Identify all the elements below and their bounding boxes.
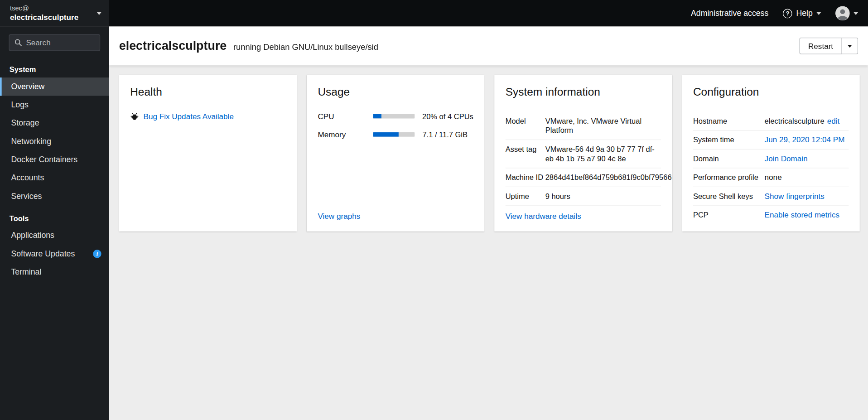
health-card-title: Health	[130, 86, 285, 98]
sidebar-item-services[interactable]: Services	[0, 187, 109, 205]
performance-profile-label: Performance profile	[693, 173, 765, 182]
asset-tag-value: VMware-56 4d 9a 30 b7 77 7f df-eb 4b 1b …	[545, 145, 661, 164]
sidebar-item-storage[interactable]: Storage	[0, 114, 109, 132]
nav-section-system-label: System	[0, 57, 109, 77]
hostname-edit-link[interactable]: edit	[827, 116, 840, 126]
memory-label: Memory	[318, 130, 373, 139]
system-time-link[interactable]: Jun 29, 2020 12:04 PM	[765, 135, 845, 145]
memory-usage-value: 7.1 / 11.7 GiB	[422, 130, 468, 139]
machine-id-label: Machine ID	[506, 173, 545, 182]
page-header: electricalsculpture running Debian GNU/L…	[109, 27, 868, 66]
machine-id-row: Machine ID 2864d41bef864d759b681f9c0bf79…	[506, 168, 661, 187]
memory-progress-fill	[373, 132, 399, 137]
system-time-label: System time	[693, 135, 765, 145]
cpu-progress-fill	[373, 114, 381, 119]
dashboard-content: Health Bug Fix Updates Available	[109, 65, 868, 420]
search-input[interactable]	[26, 38, 95, 47]
cpu-progress-bar	[373, 114, 415, 119]
performance-profile-row: Performance profile none	[693, 168, 849, 187]
info-icon: i	[93, 250, 101, 258]
host-switcher-user: tsec@	[10, 5, 78, 13]
sidebar-item-logs[interactable]: Logs	[0, 96, 109, 114]
sidebar-item-accounts[interactable]: Accounts	[0, 169, 109, 187]
join-domain-link[interactable]: Join Domain	[765, 154, 808, 164]
question-circle-icon: ?	[783, 9, 792, 18]
hostname-label: Hostname	[693, 116, 765, 126]
chevron-down-icon	[97, 12, 101, 14]
usage-card-title: Usage	[318, 86, 473, 98]
host-switcher-host: electricalsculpture	[10, 13, 78, 22]
health-card: Health Bug Fix Updates Available	[119, 75, 297, 232]
search-icon	[14, 39, 22, 47]
hostname-row: Hostname electricalsculptureedit	[693, 112, 849, 131]
sidebar-item-applications[interactable]: Applications	[0, 227, 109, 245]
system-information-card: System information Model VMware, Inc. VM…	[494, 75, 672, 232]
cpu-usage-value: 20% of 4 CPUs	[422, 112, 473, 120]
system-information-title: System information	[506, 86, 661, 98]
topbar: tsec@ electricalsculpture Administrative…	[0, 0, 868, 27]
page-title-hostname: electricalsculpture	[119, 39, 227, 53]
asset-tag-label: Asset tag	[506, 145, 545, 164]
host-switcher-text: tsec@ electricalsculpture	[10, 5, 78, 22]
bug-fix-updates-link[interactable]: Bug Fix Updates Available	[143, 112, 233, 121]
enable-stored-metrics-link[interactable]: Enable stored metrics	[765, 210, 839, 220]
main-area: electricalsculpture running Debian GNU/L…	[109, 27, 868, 420]
caret-down-icon	[816, 12, 821, 14]
sidebar: System Overview Logs Storage Networking …	[0, 27, 109, 420]
system-time-row: System time Jun 29, 2020 12:04 PM	[693, 130, 849, 150]
domain-row: Domain Join Domain	[693, 150, 849, 169]
title-group: electricalsculpture running Debian GNU/L…	[119, 39, 378, 53]
help-label: Help	[796, 9, 812, 18]
health-updates-item: Bug Fix Updates Available	[130, 112, 285, 121]
asset-tag-row: Asset tag VMware-56 4d 9a 30 b7 77 7f df…	[506, 140, 661, 168]
caret-down-icon	[848, 44, 852, 47]
sidebar-item-label: Software Updates	[11, 249, 75, 259]
restart-dropdown-toggle[interactable]	[842, 38, 858, 54]
host-switcher[interactable]: tsec@ electricalsculpture	[0, 0, 109, 27]
restart-button[interactable]: Restart	[799, 38, 842, 54]
administrative-access-button[interactable]: Administrative access	[691, 9, 768, 18]
restart-split-button: Restart	[799, 38, 858, 54]
machine-id-value: 2864d41bef864d759b681f9c0bf79566	[545, 173, 672, 182]
domain-label: Domain	[693, 154, 765, 164]
cpu-usage-row: CPU 20% of 4 CPUs	[318, 112, 473, 121]
model-value: VMware, Inc. VMware Virtual Platform	[545, 116, 661, 135]
masthead: Administrative access ? Help	[109, 0, 868, 27]
app-viewport: tsec@ electricalsculpture Administrative…	[0, 0, 868, 420]
usage-card: Usage CPU 20% of 4 CPUs Memory 7.1 /	[307, 75, 484, 232]
bug-icon	[130, 112, 139, 121]
cpu-label: CPU	[318, 112, 373, 121]
configuration-card: Configuration Hostname electricalsculptu…	[682, 75, 860, 232]
view-graphs-link[interactable]: View graphs	[318, 212, 473, 221]
sidebar-item-docker-containers[interactable]: Docker Containers	[0, 150, 109, 169]
memory-progress-bar	[373, 132, 415, 137]
sidebar-item-terminal[interactable]: Terminal	[0, 263, 109, 281]
sidebar-item-overview[interactable]: Overview	[0, 77, 109, 96]
sidebar-item-software-updates[interactable]: Software Updates i	[0, 245, 109, 263]
pcp-row: PCP Enable stored metrics	[693, 206, 849, 224]
search-box	[9, 34, 101, 51]
caret-down-icon	[854, 12, 858, 14]
secure-shell-keys-row: Secure Shell keys Show fingerprints	[693, 187, 849, 206]
memory-usage-row: Memory 7.1 / 11.7 GiB	[318, 130, 473, 139]
help-menu-button[interactable]: ? Help	[783, 9, 821, 18]
configuration-title: Configuration	[693, 86, 849, 98]
uptime-label: Uptime	[506, 192, 545, 201]
layout: System Overview Logs Storage Networking …	[0, 27, 868, 420]
os-release-text: running Debian GNU/Linux bullseye/sid	[233, 42, 378, 52]
show-fingerprints-link[interactable]: Show fingerprints	[765, 192, 825, 201]
user-menu-button[interactable]	[835, 6, 858, 20]
secure-shell-keys-label: Secure Shell keys	[693, 192, 765, 201]
pcp-label: PCP	[693, 210, 765, 220]
sidebar-item-networking[interactable]: Networking	[0, 132, 109, 150]
model-label: Model	[506, 116, 545, 135]
performance-profile-value: none	[765, 173, 782, 182]
hostname-value: electricalsculpture	[765, 117, 825, 125]
uptime-value: 9 hours	[545, 192, 661, 201]
avatar-icon	[835, 6, 850, 20]
nav-section-tools-label: Tools	[0, 205, 109, 226]
model-row: Model VMware, Inc. VMware Virtual Platfo…	[506, 112, 661, 140]
uptime-row: Uptime 9 hours	[506, 187, 661, 206]
view-hardware-details-link[interactable]: View hardware details	[506, 212, 661, 221]
